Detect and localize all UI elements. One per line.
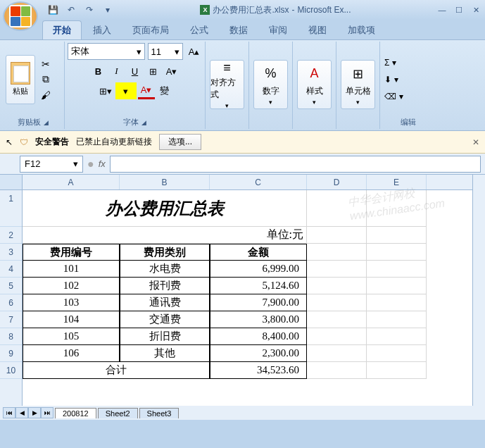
clear-icon[interactable]: ⌫ [384, 92, 396, 101]
font-name-combo[interactable]: 宋体▾ [68, 43, 145, 60]
amount-cell[interactable]: 6,999.00 [210, 261, 307, 278]
row-header[interactable]: 2 [0, 227, 22, 244]
tab-insert[interactable]: 插入 [83, 21, 121, 39]
cell[interactable] [307, 244, 367, 261]
minimize-button[interactable]: — [436, 4, 448, 16]
tab-nav-next-icon[interactable]: ▶ [28, 407, 41, 418]
close-button[interactable]: ✕ [470, 4, 482, 16]
cell[interactable] [367, 345, 427, 362]
vertical-scrollbar[interactable] [472, 175, 485, 406]
category-cell[interactable]: 折旧费 [120, 328, 210, 345]
id-cell[interactable]: 103 [23, 294, 120, 311]
border-button[interactable]: ⊞ [145, 63, 162, 80]
cell[interactable] [367, 227, 427, 244]
amount-cell[interactable]: 8,400.00 [210, 328, 307, 345]
fx-icon[interactable]: fx [99, 158, 106, 169]
font-color-button[interactable]: A▾ [138, 82, 155, 99]
number-button[interactable]: %数字▾ [253, 60, 288, 109]
underline-button[interactable]: U [127, 63, 144, 80]
id-cell[interactable]: 104 [23, 311, 120, 328]
row-header[interactable]: 9 [0, 345, 22, 362]
cell[interactable] [367, 294, 427, 311]
clipboard-launcher-icon[interactable]: ◢ [44, 119, 49, 126]
cell[interactable] [307, 227, 367, 244]
cell[interactable] [367, 328, 427, 345]
save-icon[interactable]: 💾 [45, 2, 61, 18]
italic-button[interactable]: I [108, 63, 125, 80]
cell[interactable] [307, 345, 367, 362]
tab-nav-prev-icon[interactable]: ◀ [15, 407, 28, 418]
tab-nav-last-icon[interactable]: ⏭ [41, 407, 53, 418]
row-header[interactable]: 1 [0, 190, 22, 227]
tab-home[interactable]: 开始 [42, 20, 82, 39]
copy-icon[interactable]: ⧉ [38, 73, 53, 87]
col-header[interactable]: A [23, 175, 120, 189]
sheet-title-cell[interactable]: 办公费用汇总表 [23, 190, 307, 227]
sheet-tab[interactable]: 200812 [55, 408, 96, 418]
style-button[interactable]: A样式▾ [297, 60, 332, 109]
cell-grid[interactable]: 办公费用汇总表 单位:元 费用编号 费用类别 金额 101 水电费 6,999.… [23, 190, 472, 379]
cut-icon[interactable]: ✂ [38, 57, 53, 71]
tab-data[interactable]: 数据 [220, 21, 258, 39]
border-dropdown[interactable]: ⊞▾ [97, 82, 114, 99]
undo-icon[interactable]: ↶ [63, 2, 79, 18]
row-header[interactable]: 8 [0, 328, 22, 345]
alignment-button[interactable]: ≡对齐方式▾ [210, 60, 244, 109]
category-cell[interactable]: 交通费 [120, 311, 210, 328]
total-amount-cell[interactable]: 34,523.60 [210, 362, 307, 379]
amount-cell[interactable]: 5,124.60 [210, 278, 307, 294]
office-button[interactable] [3, 1, 38, 31]
cell[interactable] [307, 311, 367, 328]
grow-font-icon[interactable]: A▴ [186, 43, 203, 60]
name-box[interactable]: F12▾ [20, 156, 83, 173]
fx-cancel-icon[interactable]: ● [87, 158, 94, 170]
amount-cell[interactable]: 3,800.00 [210, 311, 307, 328]
cell[interactable] [367, 362, 427, 379]
col-header[interactable]: E [367, 175, 427, 189]
cells-button[interactable]: ⊞单元格▾ [341, 60, 375, 109]
tab-layout[interactable]: 页面布局 [122, 21, 179, 39]
cell[interactable] [307, 261, 367, 278]
cell[interactable] [307, 328, 367, 345]
id-cell[interactable]: 106 [23, 345, 120, 362]
font-launcher-icon[interactable]: ◢ [141, 119, 146, 126]
header-cell[interactable]: 费用编号 [23, 244, 120, 261]
col-header[interactable]: C [210, 175, 307, 189]
phonetic-button[interactable]: 變 [156, 82, 173, 99]
tab-review[interactable]: 审阅 [259, 21, 297, 39]
redo-icon[interactable]: ↷ [82, 2, 97, 18]
unit-cell[interactable]: 单位:元 [23, 227, 307, 244]
amount-cell[interactable]: 2,300.00 [210, 345, 307, 362]
category-cell[interactable]: 其他 [120, 345, 210, 362]
row-header[interactable]: 3 [0, 244, 22, 261]
security-options-button[interactable]: 选项... [159, 134, 201, 150]
header-cell[interactable]: 金额 [210, 244, 307, 261]
maximize-button[interactable]: ☐ [453, 4, 465, 16]
col-header[interactable]: D [307, 175, 367, 189]
formula-input[interactable] [110, 156, 481, 173]
id-cell[interactable]: 102 [23, 278, 120, 294]
amount-cell[interactable]: 7,900.00 [210, 294, 307, 311]
cell[interactable] [307, 190, 367, 227]
cell[interactable] [307, 278, 367, 294]
col-header[interactable]: B [120, 175, 210, 189]
cell[interactable] [367, 261, 427, 278]
format-painter-icon[interactable]: 🖌 [38, 88, 53, 102]
tab-addins[interactable]: 加载项 [338, 21, 385, 39]
row-header[interactable]: 7 [0, 311, 22, 328]
qat-dropdown-icon[interactable]: ▾ [100, 2, 115, 18]
category-cell[interactable]: 报刊费 [120, 278, 210, 294]
tab-formulas[interactable]: 公式 [180, 21, 218, 39]
font-size-combo[interactable]: 11▾ [148, 43, 183, 60]
total-label-cell[interactable]: 合计 [23, 362, 210, 379]
header-cell[interactable]: 费用类别 [120, 244, 210, 261]
id-cell[interactable]: 101 [23, 261, 120, 278]
sheet-tab[interactable]: Sheet3 [139, 408, 179, 418]
cell[interactable] [367, 278, 427, 294]
row-header[interactable]: 4 [0, 261, 22, 278]
select-all-corner[interactable] [0, 175, 22, 190]
fill-icon[interactable]: ⬇ [384, 75, 391, 85]
cell[interactable] [367, 244, 427, 261]
paste-button[interactable]: 粘贴 [6, 55, 35, 104]
row-header[interactable]: 5 [0, 278, 22, 294]
